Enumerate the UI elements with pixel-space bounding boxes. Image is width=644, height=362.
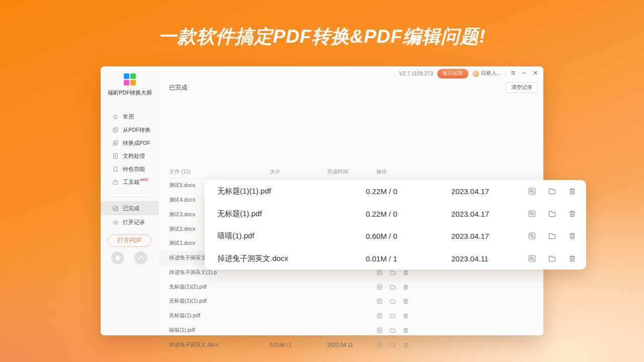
sidebar-item-label: 转换成PDF xyxy=(123,139,150,147)
sidebar-item-common[interactable]: 常用 xyxy=(101,110,159,123)
customer-service-button[interactable] xyxy=(134,251,147,264)
trash-icon[interactable] xyxy=(568,254,577,262)
qq-contact-button[interactable] xyxy=(111,251,124,264)
hot-badge: HOT xyxy=(140,177,148,182)
table-row[interactable]: 无标题(1)(1).pdf xyxy=(159,294,543,309)
trial-badge[interactable]: 每日试用 xyxy=(437,69,468,78)
app-logo xyxy=(124,73,136,85)
menu-icon[interactable] xyxy=(510,70,517,77)
eye-icon xyxy=(112,219,119,226)
version-label: V2.7.1109.273 xyxy=(399,70,433,76)
sidebar-item-toolbox[interactable]: 工具箱 HOT xyxy=(101,175,159,189)
preview-icon[interactable] xyxy=(376,269,383,276)
sidebar-item-doc-process[interactable]: 文档处理 xyxy=(101,149,159,162)
trash-icon[interactable] xyxy=(403,269,409,276)
file-size: 0.22M / 0 xyxy=(366,209,397,218)
file-date: 2023.04.11 xyxy=(327,342,353,348)
preview-icon[interactable] xyxy=(376,327,383,333)
bookmark-icon xyxy=(112,166,119,172)
trash-icon[interactable] xyxy=(403,313,409,319)
preview-icon[interactable] xyxy=(528,232,536,240)
trash-icon[interactable] xyxy=(403,327,409,333)
document-icon xyxy=(112,153,119,159)
app-name: 福昕PDF转换大师 xyxy=(101,89,159,97)
header-size: 大小 xyxy=(270,168,280,175)
sidebar-item-label: 从PDF转换 xyxy=(123,126,150,134)
folder-icon[interactable] xyxy=(548,209,556,218)
table-row[interactable]: 嘻嘻(1).pdf xyxy=(159,323,543,338)
sidebar: 福昕PDF转换大师 常用 从PDF转换 转换成PDF 文档处理 xyxy=(101,66,159,335)
folder-icon[interactable] xyxy=(389,341,396,348)
preview-icon[interactable] xyxy=(528,187,536,196)
file-name: 测试4.docx xyxy=(169,197,195,204)
sidebar-item-label: 文档处理 xyxy=(123,152,145,160)
clear-records-button[interactable]: 清空记录 xyxy=(506,82,538,93)
trash-icon[interactable] xyxy=(568,187,577,196)
folder-icon[interactable] xyxy=(389,327,396,333)
preview-icon[interactable] xyxy=(376,341,383,348)
trash-icon[interactable] xyxy=(568,232,577,240)
sidebar-item-to-pdf[interactable]: 转换成PDF xyxy=(101,136,159,149)
preview-icon[interactable] xyxy=(528,254,536,262)
sidebar-item-from-pdf[interactable]: 从PDF转换 xyxy=(101,123,159,136)
file-date: 2023.04.17 xyxy=(451,187,489,196)
open-pdf-button[interactable]: 打开PDF xyxy=(108,234,151,247)
overlay-row[interactable]: 掉进兔子洞英文.docx 0.01M / 1 2023.04.11 xyxy=(205,247,586,270)
overlay-row[interactable]: 无标题(1).pdf 0.22M / 0 2023.04.17 xyxy=(205,203,586,225)
file-name: 无标题(1)(2).pdf xyxy=(169,284,207,291)
check-square-icon xyxy=(112,205,119,212)
file-size: 0.01M / 1 xyxy=(366,254,397,262)
file-name: 测试2.docx xyxy=(169,226,195,233)
overlay-row[interactable]: 嘻嘻(1).pdf 0.60M / 0 2023.04.17 xyxy=(205,225,586,247)
file-size: 0.01M / 1 xyxy=(270,342,292,348)
table-row[interactable]: 无标题(1).pdf xyxy=(159,309,543,323)
user-account[interactable]: 旧桥人... xyxy=(472,70,501,77)
star-icon xyxy=(112,114,119,120)
sidebar-item-label: 打开记录 xyxy=(123,219,145,226)
trash-icon[interactable] xyxy=(568,209,577,218)
folder-icon[interactable] xyxy=(548,187,556,196)
table-row[interactable]: 掉进兔子洞英文.docx 0.01M / 1 2023.04.11 xyxy=(159,337,543,352)
page-title: 已完成 xyxy=(169,83,187,92)
file-date: 2023.04.17 xyxy=(451,209,489,218)
file-name: 无标题(1).pdf xyxy=(169,312,200,319)
qq-penguin-icon xyxy=(114,254,121,261)
preview-icon[interactable] xyxy=(528,209,536,218)
file-name: 掉进兔子洞英文.docx xyxy=(217,253,288,263)
file-name: 测试3.docx xyxy=(169,211,195,218)
row-actions xyxy=(376,294,409,309)
toolbox-icon xyxy=(112,179,119,186)
folder-icon[interactable] xyxy=(389,269,396,276)
preview-icon[interactable] xyxy=(376,313,383,319)
folder-icon[interactable] xyxy=(389,298,396,305)
folder-icon[interactable] xyxy=(548,232,556,240)
username: 旧桥人... xyxy=(481,70,501,77)
logo-square-blue xyxy=(124,73,129,79)
minimize-icon[interactable] xyxy=(521,70,528,77)
copy-pages-icon xyxy=(112,127,119,133)
close-icon[interactable] xyxy=(532,70,539,77)
sidebar-item-history[interactable]: 打开记录 xyxy=(101,215,159,229)
trash-icon[interactable] xyxy=(403,284,409,290)
file-name: 测试1.docx xyxy=(169,240,195,247)
folder-icon[interactable] xyxy=(389,313,396,319)
avatar xyxy=(472,70,479,77)
folder-icon[interactable] xyxy=(548,254,556,262)
row-actions xyxy=(528,247,577,270)
logo-square-pink xyxy=(124,80,129,85)
file-name: 掉进兔子洞英文.docx xyxy=(169,341,219,348)
trash-icon[interactable] xyxy=(403,341,409,348)
table-row[interactable]: 无标题(1)(2).pdf xyxy=(159,280,543,294)
logo-square-orange xyxy=(130,80,136,85)
file-name: 无标题(1)(1).pdf xyxy=(217,187,271,196)
folder-icon[interactable] xyxy=(389,284,396,290)
marketing-background: 一款软件搞定PDF转换&PDF编辑问题! 福昕PDF转换大师 常用 从PDF转换 xyxy=(0,0,644,362)
sidebar-item-features[interactable]: 特色功能 xyxy=(101,162,159,175)
trash-icon[interactable] xyxy=(403,298,409,305)
overlay-row[interactable]: 无标题(1)(1).pdf 0.22M / 0 2023.04.17 xyxy=(205,180,586,203)
sidebar-item-label: 特色功能 xyxy=(123,165,145,173)
preview-icon[interactable] xyxy=(376,298,383,305)
row-actions xyxy=(376,280,409,294)
preview-icon[interactable] xyxy=(376,284,383,290)
sidebar-item-completed[interactable]: 已完成 xyxy=(101,201,159,215)
